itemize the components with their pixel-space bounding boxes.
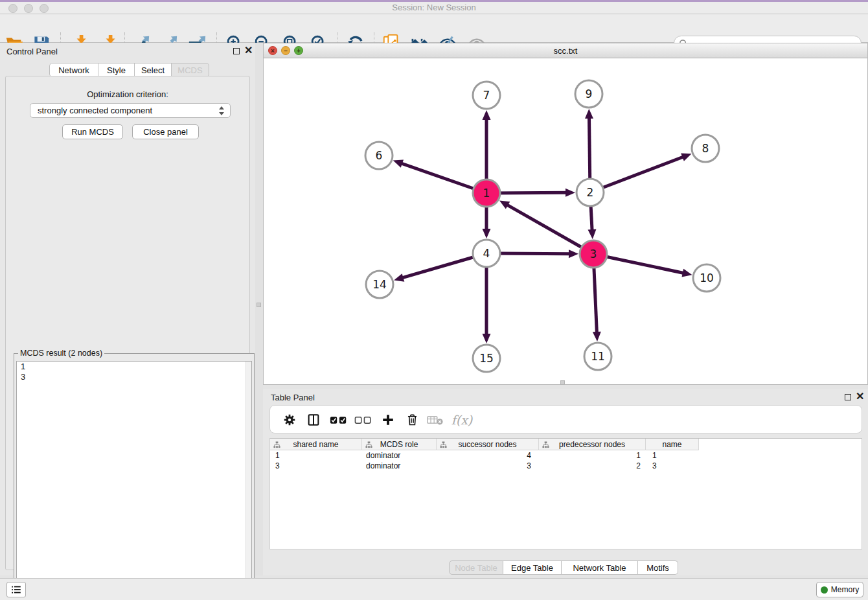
column-label: predecessor nodes [559, 440, 625, 449]
mcds-result-title: MCDS result (2 nodes) [18, 349, 104, 358]
select-stepper-icon [218, 106, 225, 116]
control-panel-tabs: Network Style Select MCDS [49, 63, 209, 77]
splitter-handle[interactable] [257, 303, 261, 307]
memory-button[interactable]: Memory [816, 582, 863, 597]
task-history-button[interactable] [6, 582, 26, 597]
graph-edge-arrowhead [565, 189, 575, 197]
column-header-filler [699, 439, 862, 450]
graph-edge-arrowhead [393, 159, 404, 167]
graph-edge-arrowhead [593, 332, 601, 341]
close-panel-icon[interactable]: ✕ [244, 45, 253, 56]
table-toolbar: f(x) [269, 405, 862, 433]
graph-node-label: 7 [483, 89, 490, 102]
cell-name[interactable]: 3 [646, 461, 699, 471]
graph-node-label: 14 [372, 278, 387, 291]
column-type-icon [542, 441, 549, 448]
window-titlebar: Session: New Session [0, 0, 868, 14]
run-mcds-button[interactable]: Run MCDS [62, 124, 123, 139]
control-panel: Control Panel ✕ Network Style Select MCD… [0, 43, 255, 575]
cell-predecessor-nodes[interactable]: 2 [539, 461, 646, 471]
select-all-icon[interactable] [329, 411, 348, 429]
tab-style[interactable]: Style [98, 63, 135, 77]
graph-node-label: 1 [483, 187, 490, 200]
titlebar-accent [0, 0, 868, 2]
graph-edge-arrowhead [483, 334, 491, 343]
graph-edge-arrowhead [588, 229, 597, 239]
table-panel-header: Table Panel ✕ [263, 389, 868, 406]
mcds-result-item[interactable]: 3 [17, 372, 251, 382]
graph-edge-2-8[interactable] [590, 156, 684, 192]
column-type-icon [440, 441, 447, 448]
network-view-window: × – + scc.txt 7968124314101511 [263, 43, 868, 385]
function-builder-icon: f(x) [449, 411, 475, 429]
control-panel-title: Control Panel [6, 47, 58, 56]
column-type-icon [273, 441, 280, 448]
close-panel-button[interactable]: Close panel [132, 124, 199, 139]
graph-node-label: 10 [700, 271, 714, 284]
float-panel-icon[interactable] [845, 394, 851, 400]
cell-successor-nodes[interactable]: 4 [437, 450, 539, 461]
memory-status-dot [821, 586, 828, 594]
memory-label: Memory [831, 585, 859, 594]
column-header-shared-name[interactable]: shared name [270, 439, 362, 450]
column-label: shared name [293, 440, 338, 449]
show-columns-icon[interactable] [304, 411, 323, 429]
deselect-all-icon[interactable] [354, 411, 373, 429]
main-toolbar [0, 14, 868, 43]
tab-motifs[interactable]: Motifs [638, 560, 678, 575]
cell-shared-name[interactable]: 3 [270, 461, 362, 471]
column-header-mcds-role[interactable]: MCDS role [362, 439, 437, 450]
graph-edge-arrowhead [394, 273, 404, 281]
mcds-result-list[interactable]: 1 3 [16, 361, 252, 599]
cell-successor-nodes[interactable]: 3 [437, 461, 539, 471]
network-window-titlebar: × – + scc.txt [264, 43, 867, 58]
list-icon [10, 584, 22, 595]
tab-network-table[interactable]: Network Table [562, 560, 638, 575]
tab-mcds[interactable]: MCDS [172, 63, 209, 77]
tab-node-table[interactable]: Node Table [449, 560, 503, 575]
float-panel-icon[interactable] [233, 48, 240, 54]
table-header-row: shared name MCDS role successor nodes pr… [270, 439, 862, 450]
tab-edge-table[interactable]: Edge Table [503, 560, 562, 575]
table-settings-gear-icon[interactable] [280, 411, 299, 429]
cell-shared-name[interactable]: 1 [270, 450, 362, 461]
tab-network[interactable]: Network [49, 63, 98, 77]
tab-select[interactable]: Select [135, 63, 172, 77]
cell-predecessor-nodes[interactable]: 1 [539, 450, 646, 461]
graph-edge-arrowhead [681, 153, 691, 161]
mcds-result-scrollbar[interactable] [246, 362, 251, 599]
control-panel-header: Control Panel ✕ [0, 43, 255, 60]
graph-edge-arrowhead [681, 269, 692, 277]
cell-name[interactable]: 1 [646, 450, 699, 461]
vertical-splitter[interactable] [255, 43, 263, 575]
graph-node-label: 3 [590, 248, 597, 260]
table-row[interactable]: 1 dominator 4 1 1 [270, 450, 862, 461]
column-header-name[interactable]: name [646, 439, 699, 450]
optimization-criterion-select[interactable]: strongly connected component [30, 103, 231, 118]
mcds-result-group: MCDS result (2 nodes) 1 3 [14, 353, 255, 600]
graph-edge-arrowhead [585, 109, 593, 119]
delete-column-trash-icon[interactable] [402, 411, 422, 429]
graph-node-label: 11 [591, 350, 605, 363]
graph-edge-arrowhead [569, 249, 578, 258]
table-row[interactable]: 3 dominator 3 2 3 [270, 461, 862, 471]
graph-node-label: 2 [587, 186, 594, 199]
cell-mcds-role[interactable]: dominator [362, 461, 437, 471]
cell-mcds-role[interactable]: dominator [362, 450, 437, 461]
column-label: successor nodes [458, 440, 516, 449]
graph-edge-3-1[interactable] [506, 204, 593, 254]
graph-node-label: 6 [376, 149, 383, 162]
column-type-icon [365, 441, 372, 448]
network-graph-canvas[interactable]: 7968124314101511 [264, 58, 867, 384]
graph-node-label: 9 [586, 87, 593, 100]
column-label: name [662, 440, 681, 449]
optimization-selected-value: strongly connected component [38, 106, 152, 115]
mcds-result-item[interactable]: 1 [17, 362, 251, 372]
table-panel-title: Table Panel [271, 393, 315, 402]
splitter-handle[interactable] [560, 380, 565, 385]
column-header-predecessor-nodes[interactable]: predecessor nodes [539, 439, 646, 450]
close-panel-icon[interactable]: ✕ [856, 391, 864, 402]
column-header-successor-nodes[interactable]: successor nodes [437, 439, 539, 450]
graph-node-label: 8 [702, 142, 709, 155]
create-column-icon[interactable] [378, 411, 398, 429]
